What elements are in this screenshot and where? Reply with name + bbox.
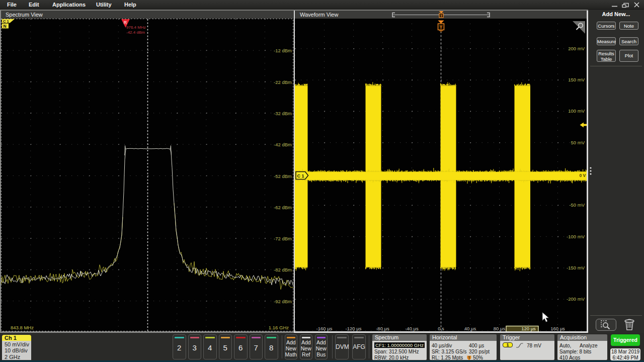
svg-text:C 1: C 1	[3, 19, 9, 24]
svg-text:R: R	[124, 20, 127, 25]
svg-text:C 1: C 1	[297, 173, 304, 178]
svg-text:N: N	[4, 24, 7, 29]
svg-text:T: T	[468, 356, 470, 359]
svg-text:T: T	[440, 14, 443, 18]
svg-text:T: T	[440, 24, 443, 30]
